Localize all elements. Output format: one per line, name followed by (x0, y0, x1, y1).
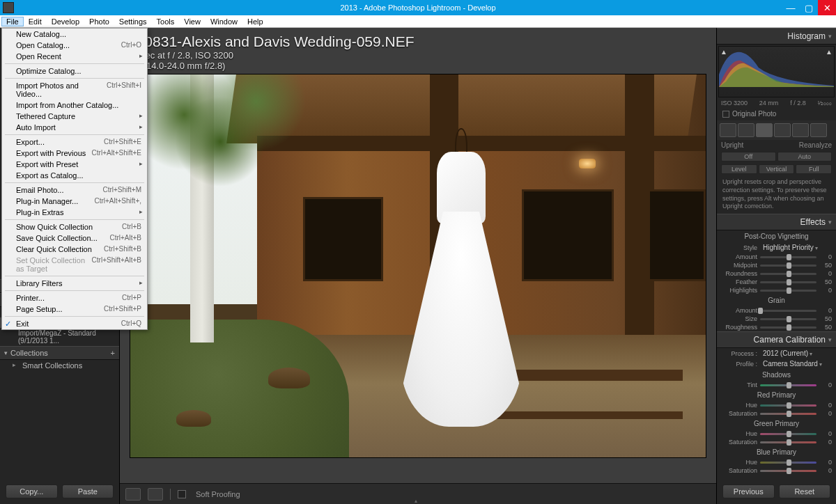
develop-tools (717, 120, 836, 140)
menuitem-email-photo[interactable]: Email Photo...Ctrl+Shift+M (2, 184, 147, 196)
add-icon[interactable]: + (111, 349, 115, 357)
green-subhead: Green Primary (717, 418, 836, 430)
calibration-header[interactable]: Camera Calibration▾ (717, 331, 836, 348)
menuitem-save-quick-collection[interactable]: Save Quick Collection...Ctrl+Alt+B (2, 233, 147, 244)
menuitem-import-from-another-catalog[interactable]: Import from Another Catalog... (2, 100, 147, 111)
slider-saturation[interactable]: Saturation0 (717, 466, 836, 475)
copy-button[interactable]: Copy... (6, 485, 58, 498)
menuitem-auto-import[interactable]: Auto Import (2, 122, 147, 133)
paste-button[interactable]: Paste (62, 485, 114, 498)
upright-auto[interactable]: Auto (777, 152, 833, 162)
radial-filter-icon[interactable] (792, 123, 809, 137)
collections-section[interactable]: ▾ Collections + (0, 346, 119, 360)
redeye-tool-icon[interactable] (756, 123, 773, 137)
menu-help[interactable]: Help (242, 17, 268, 26)
slider-highlights[interactable]: Highlights0 (717, 286, 836, 294)
menuitem-plug-in-extras[interactable]: Plug-in Extras (2, 207, 147, 218)
section-label: Collections (10, 349, 48, 357)
clip-right-icon[interactable]: ▲ (826, 48, 833, 56)
histo-stat: ¹⁄₂₀₀₀ (818, 100, 833, 107)
menu-window[interactable]: Window (206, 17, 242, 26)
menu-file[interactable]: File (1, 17, 24, 26)
slider-roundness[interactable]: Roundness0 (717, 269, 836, 278)
menuitem-open-catalog[interactable]: Open Catalog...Ctrl+O (2, 40, 147, 51)
photo-preview[interactable] (130, 74, 706, 458)
menu-develop[interactable]: Develop (47, 17, 84, 26)
menuitem-library-filters[interactable]: Library Filters (2, 278, 147, 289)
minimize-button[interactable]: — (782, 0, 800, 15)
process-version[interactable]: Process :2012 (Current) (717, 348, 836, 359)
menuitem-import-photos-and-video[interactable]: Import Photos and Video...Ctrl+Shift+I (2, 80, 147, 100)
crop-tool-icon[interactable] (720, 123, 736, 137)
reset-button[interactable]: Reset (779, 485, 831, 498)
slider-amount[interactable]: Amount0 (717, 306, 836, 315)
dropdown[interactable]: 2012 (Current) (763, 349, 812, 357)
loupe-view-icon[interactable] (125, 488, 141, 501)
chevron-down-icon: ▾ (828, 219, 832, 226)
header-label: Camera Calibration (754, 335, 826, 345)
reanalyze-button[interactable]: Reanalyze (799, 141, 832, 149)
slider-feather[interactable]: Feather50 (717, 278, 836, 286)
before-after-icon[interactable] (148, 488, 163, 501)
slider-amount[interactable]: Amount0 (717, 253, 836, 261)
menu-settings[interactable]: Settings (114, 17, 152, 26)
menuitem-new-catalog[interactable]: New Catalog... (2, 29, 147, 40)
menuitem-show-quick-collection[interactable]: Show Quick CollectionCtrl+B (2, 221, 147, 233)
menuitem-export[interactable]: Export...Ctrl+Shift+E (2, 136, 147, 148)
filename: 130831-Alexis and Davis Wedding-059.NEF (128, 33, 708, 50)
panel-resize-handle[interactable] (408, 501, 428, 503)
menu-view[interactable]: View (179, 17, 206, 26)
window-title: 2013 - Adobe Photoshop Lightroom - Devel… (340, 3, 495, 12)
close-button[interactable]: ✕ (818, 0, 836, 15)
menu-photo[interactable]: Photo (84, 17, 114, 26)
menuitem-clear-quick-collection[interactable]: Clear Quick CollectionCtrl+Shift+B (2, 244, 147, 255)
slider-tint[interactable]: Tint0 (717, 381, 836, 389)
softproof-checkbox[interactable] (178, 490, 186, 498)
slider-roughness[interactable]: Roughness50 (717, 323, 836, 331)
brush-tool-icon[interactable] (810, 123, 827, 137)
upright-off[interactable]: Off (721, 152, 776, 162)
slider-midpoint[interactable]: Midpoint50 (717, 261, 836, 269)
menuitem-optimize-catalog[interactable]: Optimize Catalog... (2, 65, 147, 77)
clip-left-icon[interactable]: ▲ (720, 48, 727, 56)
slider-size[interactable]: Size50 (717, 315, 836, 323)
upright-full[interactable]: Full (796, 164, 832, 174)
menuitem-printer[interactable]: Printer...Ctrl+P (2, 292, 147, 304)
menuitem-plug-in-manager[interactable]: Plug-in Manager...Ctrl+Alt+Shift+, (2, 196, 147, 207)
spot-tool-icon[interactable] (738, 123, 754, 137)
lens-meta: nm (14.0-24.0 mm f/2.8) (128, 61, 708, 71)
menuitem-tethered-capture[interactable]: Tethered Capture (2, 111, 147, 122)
slider-hue[interactable]: Hue0 (717, 401, 836, 409)
red-subhead: Red Primary (717, 389, 836, 401)
dropdown[interactable]: Camera Standard (763, 360, 822, 368)
menu-edit[interactable]: Edit (24, 17, 47, 26)
slider-saturation[interactable]: Saturation0 (717, 438, 836, 446)
histogram-header[interactable]: Histogram▾ (717, 28, 836, 45)
original-photo-toggle[interactable]: Original Photo (717, 107, 836, 120)
camera-profile[interactable]: Profile :Camera Standard (717, 359, 836, 369)
slider-hue[interactable]: Hue0 (717, 430, 836, 438)
previous-button[interactable]: Previous (722, 485, 775, 498)
upright-level[interactable]: Level (721, 164, 757, 174)
dropdown[interactable]: Highlight Priority (763, 244, 818, 251)
menuitem-page-setup[interactable]: Page Setup...Ctrl+Shift+P (2, 304, 147, 315)
histogram[interactable]: ▲ ▲ (718, 46, 835, 97)
history-item[interactable]: Import/MegaZ - Standard (9/1/2013 1... (0, 328, 119, 346)
menuitem-export-as-catalog[interactable]: Export as Catalog... (2, 170, 147, 181)
grad-filter-icon[interactable] (774, 123, 791, 137)
chevron-down-icon: ▾ (4, 349, 8, 356)
chevron-down-icon: ▾ (828, 336, 832, 343)
slider-saturation[interactable]: Saturation0 (717, 409, 836, 418)
upright-vertical[interactable]: Vertical (759, 164, 795, 174)
effects-header[interactable]: Effects▾ (717, 214, 836, 230)
vignette-style[interactable]: StyleHighlight Priority (717, 242, 836, 253)
menuitem-open-recent[interactable]: Open Recent (2, 51, 147, 62)
menu-tools[interactable]: Tools (152, 17, 180, 26)
menuitem-exit[interactable]: ExitCtrl+Q (2, 318, 147, 329)
wedding-dress (401, 128, 521, 427)
menuitem-export-with-preset[interactable]: Export with Preset (2, 159, 147, 170)
smart-collections[interactable]: Smart Collections (0, 360, 119, 371)
menuitem-export-with-previous[interactable]: Export with PreviousCtrl+Alt+Shift+E (2, 148, 147, 159)
maximize-button[interactable]: ▢ (800, 0, 818, 15)
slider-hue[interactable]: Hue0 (717, 458, 836, 466)
